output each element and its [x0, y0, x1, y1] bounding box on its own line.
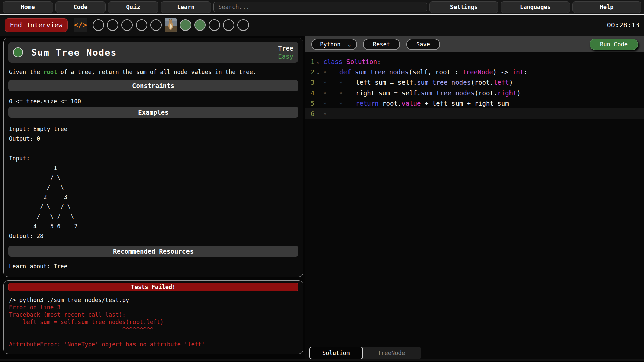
code-line-3[interactable]: 3»»left_sum = self.sum_tree_nodes(root.l… — [305, 77, 644, 87]
code-token: right_sum = self. — [356, 89, 421, 97]
code-token: sum_tree_nodes — [421, 89, 474, 97]
code-token: (self, root : — [409, 68, 462, 76]
run-code-button[interactable]: Run Code — [590, 39, 638, 50]
resources-section-header: Recommended Resources — [8, 246, 298, 257]
fold-chevron-icon[interactable]: ⌄ — [315, 59, 323, 64]
progress-circle — [121, 19, 133, 31]
indent-marker-icon: » — [323, 111, 339, 117]
code-token: (root. — [475, 89, 498, 97]
code-token: return — [356, 100, 379, 107]
code-token: : — [377, 58, 381, 65]
console-line: left_sum = self.sum_tree_nodes(root.left… — [9, 318, 298, 326]
indent-marker-icon: » — [323, 90, 339, 96]
resource-link-tree[interactable]: Learn about: Tree — [9, 263, 67, 270]
progress-circle — [150, 19, 162, 31]
code-brackets-icon: </> — [74, 18, 87, 32]
tab-solution[interactable]: Solution — [309, 347, 363, 359]
console-line: AttributeError: 'NoneType' object has no… — [9, 341, 298, 348]
problem-status-icon — [13, 47, 23, 57]
description-text: Given the — [9, 69, 43, 75]
console-line: ^^^^^^^^^ — [9, 326, 298, 333]
code-token: TreeNode — [462, 68, 493, 76]
code-line-5[interactable]: 5»»return root.value + left_sum + right_… — [305, 98, 644, 108]
editor-file-tabs: Solution TreeNode — [309, 347, 421, 359]
line-number: 4 — [305, 89, 315, 97]
reset-button[interactable]: Reset — [363, 39, 400, 50]
progress-circles — [93, 18, 249, 32]
code-token: (root. — [471, 79, 494, 86]
tests-panel: Tests Failed! /> python3 ./sum_tree_node… — [3, 280, 303, 354]
console-line: Error on line 3 — [9, 304, 298, 311]
code-line-2[interactable]: 2⌄»def sum_tree_nodes(self, root : TreeN… — [305, 67, 644, 77]
indent-marker-icon: » — [323, 100, 339, 106]
progress-circle — [93, 19, 104, 31]
problem-panel: Sum Tree Nodes Tree Easy Given the root … — [3, 38, 303, 277]
main-area: Sum Tree Nodes Tree Easy Given the root … — [0, 36, 644, 361]
code-editor[interactable]: 1⌄class Solution:2⌄»def sum_tree_nodes(s… — [305, 52, 644, 119]
code-token: int — [512, 68, 524, 76]
console-line: /> python3 ./sum_tree_nodes/test.py — [9, 296, 298, 304]
line-number: 5 — [305, 100, 315, 107]
progress-circle — [107, 19, 118, 31]
code-line-1[interactable]: 1⌄class Solution: — [305, 56, 644, 67]
chevron-down-icon: ⌄ — [348, 42, 351, 47]
description-keyword: root — [43, 69, 57, 75]
search-input[interactable] — [213, 2, 427, 12]
nav-tab-settings[interactable]: Settings — [429, 1, 498, 13]
line-number: 3 — [305, 79, 315, 86]
indent-marker-icon: » — [339, 79, 356, 85]
code-token: sum_tree_nodes — [417, 79, 471, 86]
line-number: 6 — [305, 110, 315, 117]
code-token: class — [323, 58, 342, 65]
examples-section-header: Examples — [8, 107, 298, 118]
problem-meta: Tree Easy — [278, 44, 293, 60]
examples-content: Input: Empty tree Output: 0 Input: 1 / \… — [9, 124, 298, 241]
code-token: sum_tree_nodes — [355, 68, 409, 76]
code-token: ) — [509, 79, 513, 86]
code-token: root. — [379, 100, 402, 107]
save-button[interactable]: Save — [406, 39, 440, 50]
code-token — [342, 58, 346, 65]
nav-tab-home[interactable]: Home — [3, 1, 53, 13]
session-timer: 00:28:13 — [607, 21, 639, 29]
code-line-6[interactable]: 6» — [305, 108, 644, 119]
code-token: + left_sum + right_sum — [421, 100, 509, 107]
problem-category: Tree — [278, 44, 293, 52]
nav-tab-help[interactable]: Help — [572, 1, 641, 13]
line-number: 2 — [305, 68, 315, 76]
line-number: 1 — [305, 58, 315, 65]
problem-difficulty: Easy — [278, 52, 293, 60]
indent-marker-icon: » — [339, 100, 356, 106]
nav-tab-code[interactable]: Code — [55, 1, 106, 13]
code-token: right — [497, 89, 517, 97]
indent-marker-icon: » — [323, 69, 339, 75]
interview-toolbar: End Interview </> 00:28:13 — [0, 15, 644, 36]
fold-chevron-icon[interactable]: ⌄ — [315, 69, 323, 75]
code-token: def — [339, 68, 351, 76]
editor-toolbar: Python ⌄ Reset Save Run Code — [305, 36, 644, 52]
code-token: ) -> — [493, 68, 512, 76]
bottom-scrollbar-track[interactable] — [0, 359, 644, 361]
constraints-section-header: Constraints — [8, 80, 298, 91]
progress-circle-complete — [180, 19, 191, 31]
progress-circle — [237, 19, 249, 31]
test-console-output: /> python3 ./sum_tree_nodes/test.pyError… — [9, 296, 298, 348]
nav-tab-quiz[interactable]: Quiz — [108, 1, 158, 13]
constraint-text: 0 <= tree.size <= 100 — [9, 98, 298, 105]
tab-treenode[interactable]: TreeNode — [362, 347, 421, 359]
nav-tab-languages[interactable]: Languages — [501, 1, 570, 13]
code-line-4[interactable]: 4»»right_sum = self.sum_tree_nodes(root.… — [305, 87, 644, 98]
code-token: : — [524, 68, 527, 76]
progress-circle-complete — [194, 19, 206, 31]
code-token: ) — [517, 89, 520, 97]
language-dropdown[interactable]: Python ⌄ — [311, 39, 357, 50]
code-token: left_sum = self. — [356, 79, 417, 86]
end-interview-button[interactable]: End Interview — [5, 18, 68, 32]
top-nav: Home Code Quiz Learn Settings Languages … — [0, 0, 644, 15]
nav-tab-learn[interactable]: Learn — [161, 1, 211, 13]
code-token — [351, 68, 355, 76]
indent-marker-icon: » — [323, 79, 339, 85]
code-token: left — [494, 79, 509, 86]
editor-panel: Python ⌄ Reset Save Run Code 1⌄class Sol… — [305, 36, 644, 361]
problem-header: Sum Tree Nodes Tree Easy — [8, 42, 298, 63]
